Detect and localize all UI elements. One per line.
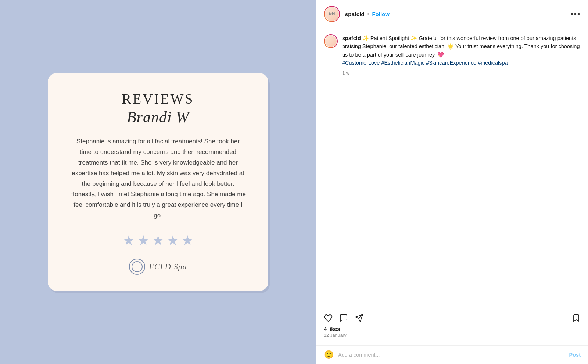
likes-count: 4 likes — [324, 326, 581, 332]
review-title: REVIEWS — [122, 91, 194, 107]
caption-header: spafcld✨ Patient Spotlight ✨ Grateful fo… — [324, 34, 581, 76]
share-icon — [355, 314, 363, 322]
action-icons — [324, 314, 581, 322]
more-options-button[interactable]: ••• — [571, 10, 581, 18]
post-timestamp: 1 w — [342, 70, 581, 76]
hashtags[interactable]: #CustomerLove #EstheticianMagic #Skincar… — [342, 60, 508, 66]
review-card: REVIEWS Brandi W Stephanie is amazing fo… — [48, 73, 268, 291]
brand-name: FCLD Spa — [149, 262, 187, 271]
header-user-info: spafcld • Follow — [345, 11, 571, 17]
brand-logo: FCLD Spa — [129, 259, 187, 275]
star-2: ★ — [137, 233, 149, 248]
follow-button[interactable]: Follow — [372, 11, 390, 17]
caption-section: spafcld✨ Patient Spotlight ✨ Grateful fo… — [316, 28, 588, 309]
sparkle-right: ✨ — [410, 35, 417, 41]
sparkle-left: ✨ — [362, 35, 369, 41]
emoji-button[interactable]: 🙂 — [324, 350, 334, 360]
comment-input[interactable] — [338, 352, 565, 358]
dot-separator: • — [368, 11, 369, 17]
caption-avatar-inner — [325, 35, 337, 47]
actions-bar: 4 likes 12 January — [316, 309, 588, 345]
caption-avatar-container — [324, 34, 338, 48]
star-4: ★ — [167, 233, 179, 248]
header-username[interactable]: spafcld — [345, 11, 365, 17]
brand-circle-inner — [132, 261, 143, 272]
avatar: fcld — [325, 7, 339, 21]
post-comment-button[interactable]: Post — [569, 352, 581, 358]
star-3: ★ — [152, 233, 164, 248]
sidebar: fcld spafcld • Follow ••• spafcld✨ Patie… — [316, 0, 588, 364]
star-rating: ★ ★ ★ ★ ★ — [123, 233, 193, 248]
star-5: ★ — [182, 233, 193, 248]
share-button[interactable] — [355, 314, 363, 322]
reviewer-name: Brandi W — [127, 108, 189, 126]
review-text: Stephanie is amazing for all facial trea… — [70, 136, 246, 221]
caption-text: spafcld✨ Patient Spotlight ✨ Grateful fo… — [342, 34, 581, 67]
comment-section: 🙂 Post — [316, 345, 588, 364]
post-header: fcld spafcld • Follow ••• — [316, 0, 588, 28]
caption-username[interactable]: spafcld — [342, 35, 361, 41]
spotlight-label: Patient Spotlight — [370, 35, 409, 41]
bookmark-button[interactable] — [572, 314, 581, 322]
caption-avatar — [325, 35, 337, 47]
bookmark-icon — [572, 314, 581, 322]
comment-button[interactable] — [339, 314, 348, 322]
profile-avatar-container: fcld — [324, 6, 340, 22]
profile-avatar-inner: fcld — [325, 7, 339, 21]
brand-circle-icon — [129, 259, 145, 275]
post-date: 12 January — [324, 333, 581, 338]
star-1: ★ — [123, 233, 135, 248]
caption-content: spafcld✨ Patient Spotlight ✨ Grateful fo… — [342, 34, 581, 76]
post-image-panel: REVIEWS Brandi W Stephanie is amazing fo… — [0, 0, 316, 364]
comment-icon — [339, 314, 348, 322]
heart-icon — [324, 314, 333, 322]
like-button[interactable] — [324, 314, 333, 322]
